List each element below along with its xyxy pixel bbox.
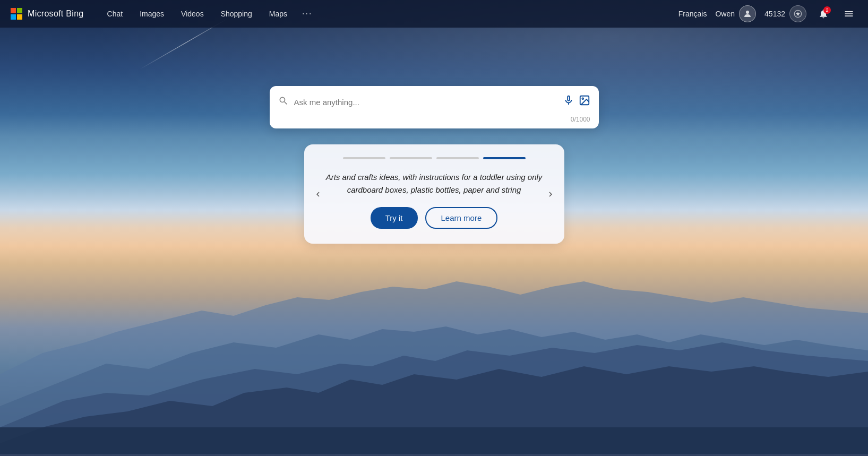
microphone-button[interactable] bbox=[563, 94, 574, 108]
nav-links: Chat Images Videos Shopping Maps ··· bbox=[100, 6, 678, 22]
learn-more-button[interactable]: Learn more bbox=[425, 207, 498, 229]
notification-count: 2 bbox=[823, 6, 831, 14]
nav-shopping[interactable]: Shopping bbox=[213, 6, 260, 21]
microsoft-logo bbox=[11, 8, 22, 20]
user-avatar bbox=[739, 5, 756, 22]
nav-maps[interactable]: Maps bbox=[262, 6, 295, 21]
search-container: 0/1000 bbox=[270, 86, 599, 128]
nav-right: Français Owen 45132 2 bbox=[678, 5, 857, 22]
progress-tab-4[interactable] bbox=[483, 157, 526, 159]
card-next-button[interactable] bbox=[542, 186, 559, 203]
user-name: Owen bbox=[715, 10, 735, 18]
notifications-button[interactable]: 2 bbox=[815, 5, 832, 22]
user-menu[interactable]: Owen bbox=[715, 5, 756, 22]
score-number: 45132 bbox=[764, 10, 785, 18]
svg-point-5 bbox=[746, 11, 749, 14]
search-icon bbox=[278, 96, 289, 108]
progress-tab-1[interactable] bbox=[343, 157, 385, 159]
nav-chat[interactable]: Chat bbox=[100, 6, 131, 21]
logo-yellow-quad bbox=[17, 14, 22, 20]
logo-blue-quad bbox=[11, 14, 16, 20]
try-it-button[interactable]: Try it bbox=[371, 207, 418, 229]
card-buttons: Try it Learn more bbox=[325, 207, 543, 229]
hamburger-menu[interactable] bbox=[840, 5, 857, 22]
logo-red-quad bbox=[11, 8, 16, 13]
svg-point-8 bbox=[582, 98, 583, 99]
nav-images[interactable]: Images bbox=[132, 6, 171, 21]
card-prev-button[interactable] bbox=[310, 186, 326, 203]
navbar: Microsoft Bing Chat Images Videos Shoppi… bbox=[0, 0, 868, 28]
brand-name: Microsoft Bing bbox=[28, 9, 84, 19]
search-input[interactable] bbox=[294, 94, 557, 109]
suggestion-text: Arts and crafts ideas, with instructions… bbox=[325, 171, 543, 196]
search-actions bbox=[563, 94, 590, 108]
score-badge bbox=[789, 5, 806, 22]
logo-area[interactable]: Microsoft Bing bbox=[11, 8, 84, 20]
image-search-button[interactable] bbox=[579, 94, 590, 108]
char-counter: 0/1000 bbox=[571, 116, 590, 123]
main-content: 0/1000 Arts and crafts ideas, with instr… bbox=[0, 28, 868, 456]
progress-tab-3[interactable] bbox=[436, 157, 479, 159]
progress-tabs bbox=[325, 157, 543, 159]
search-inner bbox=[270, 86, 599, 114]
rewards-score[interactable]: 45132 bbox=[764, 5, 806, 22]
suggestion-card: Arts and crafts ideas, with instructions… bbox=[304, 144, 564, 244]
language-selector[interactable]: Français bbox=[678, 10, 707, 18]
nav-videos[interactable]: Videos bbox=[174, 6, 211, 21]
logo-green-quad bbox=[17, 8, 22, 13]
progress-tab-2[interactable] bbox=[390, 157, 432, 159]
search-footer: 0/1000 bbox=[270, 114, 599, 128]
nav-more-button[interactable]: ··· bbox=[297, 6, 317, 22]
